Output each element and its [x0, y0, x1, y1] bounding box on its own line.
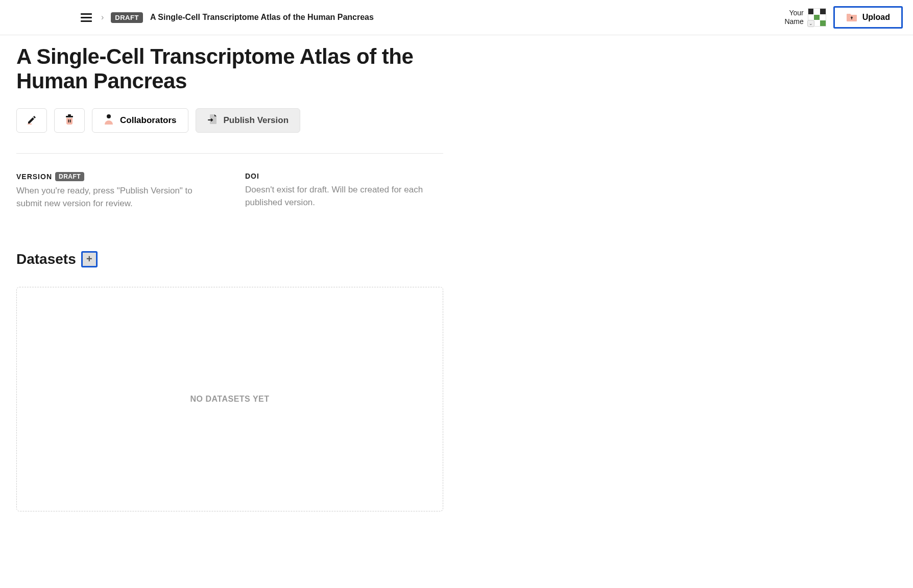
collaborators-button[interactable]: Collaborators [92, 108, 188, 133]
user-menu[interactable]: Your Name ⌄ [784, 8, 826, 27]
pencil-icon [26, 113, 38, 127]
divider [16, 153, 443, 154]
upload-button[interactable]: Upload [833, 6, 903, 29]
svg-rect-3 [68, 119, 69, 122]
version-info: VERSION DRAFT When you're ready, press "… [16, 172, 214, 210]
version-draft-badge: DRAFT [55, 172, 84, 181]
top-header: › DRAFT A Single-Cell Transcriptome Atla… [0, 0, 913, 35]
main-content: A Single-Cell Transcriptome Atlas of the… [0, 35, 460, 521]
page-title: A Single-Cell Transcriptome Atlas of the… [16, 44, 443, 94]
info-row: VERSION DRAFT When you're ready, press "… [16, 172, 443, 210]
svg-rect-4 [70, 119, 71, 122]
svg-rect-0 [28, 124, 32, 125]
datasets-dropzone[interactable]: NO DATASETS YET [16, 287, 443, 511]
svg-rect-1 [66, 116, 73, 117]
publish-button[interactable]: Publish Version [196, 108, 301, 133]
doi-label: DOI [245, 172, 259, 180]
doi-info: DOI Doesn't exist for draft. Will be cre… [245, 172, 443, 210]
doi-description: Doesn't exist for draft. Will be created… [245, 183, 443, 209]
breadcrumb-title[interactable]: A Single-Cell Transcriptome Atlas of the… [150, 13, 374, 22]
user-name-line1: Your [784, 9, 803, 17]
user-name-line2: Name [784, 17, 803, 26]
collaborators-label: Collaborators [120, 115, 177, 126]
draft-badge: DRAFT [111, 12, 143, 23]
logo-placeholder [10, 10, 71, 24]
menu-icon[interactable] [79, 11, 94, 24]
publish-label: Publish Version [224, 115, 289, 126]
svg-point-5 [107, 114, 111, 118]
empty-datasets-text: NO DATASETS YET [190, 395, 269, 404]
svg-rect-2 [68, 114, 71, 116]
chevron-right-icon: › [101, 13, 104, 22]
datasets-header: Datasets + [16, 251, 443, 267]
upload-label: Upload [862, 13, 890, 22]
datasets-heading: Datasets [16, 251, 76, 267]
chevron-down-icon[interactable]: ⌄ [807, 20, 814, 27]
delete-button[interactable] [54, 108, 85, 133]
trash-icon [63, 113, 76, 128]
folder-upload-icon [846, 13, 857, 22]
version-description: When you're ready, press "Publish Versio… [16, 184, 214, 210]
version-label: VERSION [16, 173, 52, 181]
add-dataset-button[interactable]: + [81, 251, 98, 267]
plus-icon: + [86, 253, 92, 265]
edit-button[interactable] [16, 108, 47, 133]
publish-icon [207, 113, 218, 127]
action-bar: Collaborators Publish Version [16, 108, 443, 133]
user-name: Your Name [784, 9, 803, 26]
person-icon [104, 113, 114, 127]
